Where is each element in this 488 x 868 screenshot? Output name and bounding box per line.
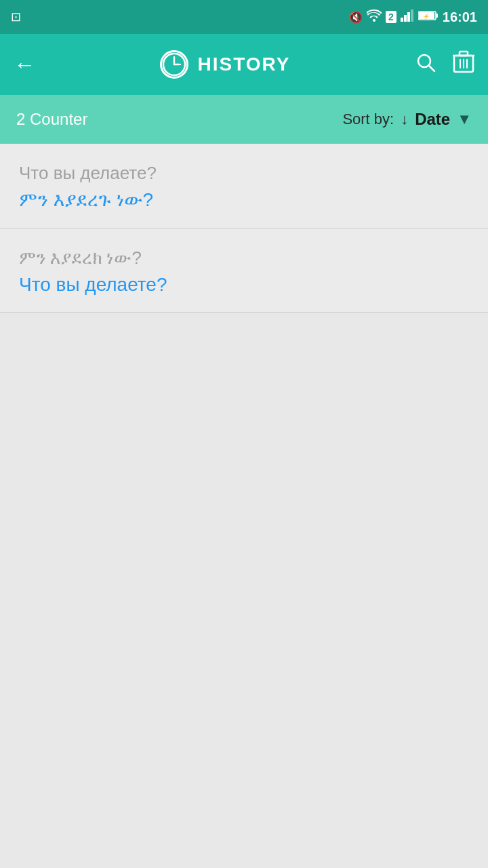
status-right: 🔇 2 ⚡ 16:01 <box>349 9 477 25</box>
wifi-icon <box>367 9 382 24</box>
history-translation-text: ምን እያደረጉ ነው? <box>19 189 469 212</box>
history-translation-text: Что вы делаете? <box>19 274 469 296</box>
history-item[interactable]: Что вы делаете? ምን እያደረጉ ነው? <box>0 144 488 229</box>
clock-icon <box>160 50 188 79</box>
toolbar: ← HISTORY <box>0 34 488 95</box>
history-list: Что вы делаете? ምን እያደረጉ ነው? ምን እያደረክ ነው… <box>0 144 488 313</box>
history-source-text: Что вы делаете? <box>19 163 469 184</box>
toolbar-actions <box>415 50 474 79</box>
svg-rect-15 <box>460 52 468 56</box>
filter-bar: 2 Counter Sort by: ↓ Date ▼ <box>0 95 488 144</box>
svg-rect-1 <box>404 15 407 22</box>
toolbar-title: HISTORY <box>198 54 291 75</box>
sim-icon: 2 <box>386 11 396 23</box>
photo-icon: ⊡ <box>11 9 21 24</box>
svg-rect-5 <box>436 14 438 18</box>
counter-label: 2 Counter <box>16 110 342 129</box>
history-item[interactable]: ምን እያደረክ ነው? Что вы делаете? <box>0 229 488 313</box>
history-source-text: ምን እያደረክ ነው? <box>19 248 469 269</box>
svg-rect-3 <box>411 9 413 22</box>
sort-label: Sort by: <box>342 111 394 128</box>
toolbar-title-area: HISTORY <box>49 50 401 79</box>
signal-icon <box>401 9 414 24</box>
sort-area: Sort by: ↓ Date ▼ <box>342 110 472 129</box>
search-button[interactable] <box>415 52 436 78</box>
sort-dropdown-icon[interactable]: ▼ <box>457 111 472 128</box>
svg-line-12 <box>429 66 434 71</box>
back-button[interactable]: ← <box>14 52 35 77</box>
svg-rect-2 <box>407 12 410 22</box>
status-time: 16:01 <box>443 9 477 25</box>
svg-rect-0 <box>401 18 403 22</box>
mute-icon: 🔇 <box>349 11 363 24</box>
battery-icon: ⚡ <box>418 10 439 24</box>
sort-value: Date <box>415 110 450 129</box>
delete-button[interactable] <box>453 50 474 79</box>
svg-text:⚡: ⚡ <box>423 13 430 20</box>
status-left: ⊡ <box>11 9 24 24</box>
status-bar: ⊡ 🔇 2 ⚡ 16:01 <box>0 0 488 34</box>
sort-direction-icon: ↓ <box>401 111 408 128</box>
svg-point-8 <box>163 54 185 75</box>
